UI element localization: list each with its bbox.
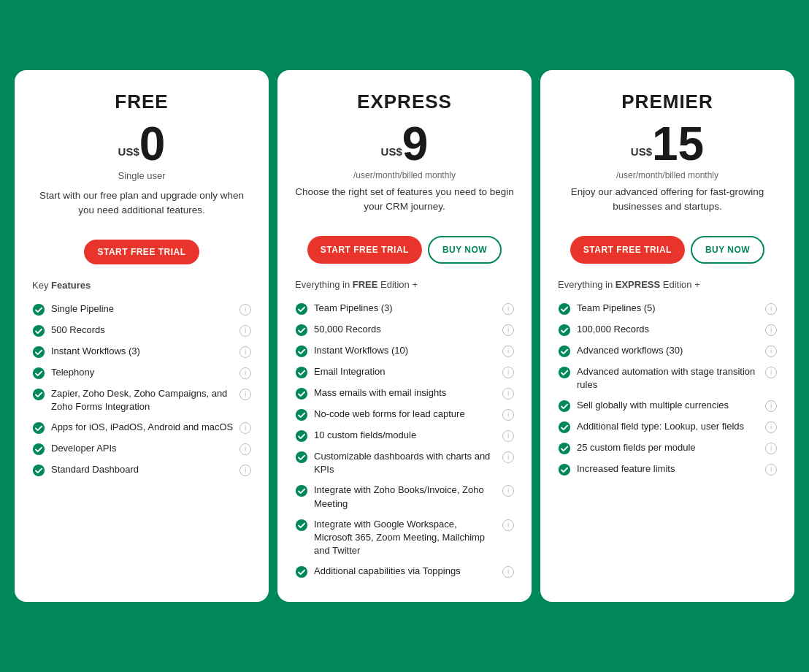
features-intro-free: Key Features (32, 279, 251, 292)
list-item: Apps for iOS, iPadOS, Android and macOSi (32, 421, 251, 435)
price-row-express: US$9 (295, 121, 514, 167)
info-icon[interactable]: i (502, 430, 514, 442)
info-icon[interactable]: i (765, 324, 777, 336)
button-row-premier: START FREE TRIALBUY NOW (558, 236, 777, 264)
svg-point-9 (296, 324, 307, 336)
check-icon (295, 519, 308, 532)
list-item: Instant Workflows (3)i (32, 345, 251, 359)
info-icon[interactable]: i (765, 443, 777, 454)
buy-button-premier[interactable]: BUY NOW (691, 236, 764, 264)
feature-text: Advanced automation with stage transitio… (577, 365, 759, 392)
list-item: Telephonyi (32, 366, 251, 380)
info-icon[interactable]: i (239, 465, 251, 476)
info-icon[interactable]: i (502, 324, 514, 336)
feature-text: Mass emails with email insights (314, 386, 496, 400)
check-icon (295, 565, 308, 579)
check-icon (295, 484, 308, 497)
feature-list-premier: Team Pipelines (5)i100,000 RecordsiAdvan… (558, 302, 777, 476)
info-icon[interactable]: i (239, 422, 251, 434)
pricing-card-free: FREEUS$0Single userStart with our free p… (15, 70, 269, 603)
check-icon (295, 429, 308, 443)
user-label-free: Single user (32, 170, 251, 181)
svg-point-7 (33, 465, 45, 476)
svg-point-14 (296, 430, 307, 442)
info-icon[interactable]: i (502, 409, 514, 421)
feature-text: Integrate with Zoho Books/Invoice, Zoho … (314, 484, 496, 510)
info-icon[interactable]: i (502, 388, 514, 400)
list-item: Integrate with Google Workspace, Microso… (295, 518, 514, 558)
check-icon (32, 464, 45, 477)
currency-premier: US$ (631, 145, 652, 157)
info-icon[interactable]: i (502, 367, 514, 378)
button-row-free: START FREE TRIAL (32, 240, 251, 264)
svg-point-16 (296, 485, 307, 497)
feature-text: Instant Workflows (3) (51, 345, 234, 358)
info-icon[interactable]: i (502, 519, 514, 531)
info-icon[interactable]: i (239, 367, 251, 379)
check-icon (295, 366, 308, 379)
info-icon[interactable]: i (502, 566, 514, 578)
check-icon (558, 442, 571, 455)
info-icon[interactable]: i (502, 485, 514, 497)
list-item: Team Pipelines (5)i (558, 302, 777, 316)
feature-text: Developer APIs (51, 442, 234, 455)
feature-text: Team Pipelines (5) (577, 302, 759, 315)
trial-button-premier[interactable]: START FREE TRIAL (570, 236, 685, 264)
info-icon[interactable]: i (239, 389, 251, 400)
pricing-card-premier: PREMIERUS$15/user/month/billed monthlyEn… (540, 70, 794, 603)
features-intro-premier: Everything in EXPRESS Edition + (558, 278, 777, 291)
plan-name-premier: PREMIER (558, 91, 777, 113)
check-icon (32, 367, 45, 380)
info-icon[interactable]: i (765, 303, 777, 315)
list-item: Email Integrationi (295, 365, 514, 379)
info-icon[interactable]: i (502, 303, 514, 315)
currency-free: US$ (118, 145, 139, 157)
feature-text: Telephony (51, 366, 234, 379)
svg-point-6 (33, 443, 45, 455)
price-period-premier: /user/month/billed monthly (558, 170, 777, 180)
list-item: Zapier, Zoho Desk, Zoho Campaigns, and Z… (32, 387, 251, 413)
list-item: 500 Recordsi (32, 324, 251, 337)
feature-text: Instant Workflows (10) (314, 344, 496, 357)
list-item: Developer APIsi (32, 442, 251, 456)
pricing-container: FREEUS$0Single userStart with our free p… (15, 70, 794, 603)
features-intro-express: Everything in FREE Edition + (295, 278, 514, 291)
price-amount-express: 9 (402, 118, 429, 170)
feature-text: Email Integration (314, 365, 496, 378)
trial-button-free[interactable]: START FREE TRIAL (84, 240, 199, 264)
feature-text: Team Pipelines (3) (314, 302, 496, 315)
list-item: Team Pipelines (3)i (295, 302, 514, 316)
info-icon[interactable]: i (502, 345, 514, 357)
list-item: Additional capabilities via Toppingsi (295, 565, 514, 579)
svg-point-11 (296, 367, 307, 378)
feature-text: Advanced workflows (30) (577, 344, 759, 357)
info-icon[interactable]: i (765, 345, 777, 357)
svg-point-18 (296, 566, 307, 578)
list-item: Increased feature limitsi (558, 462, 777, 476)
list-item: Customizable dashboards with charts and … (295, 450, 514, 476)
list-item: Integrate with Zoho Books/Invoice, Zoho … (295, 484, 514, 510)
feature-text: Additional field type: Lookup, user fiel… (577, 420, 759, 433)
pricing-card-express: EXPRESSUS$9/user/month/billed monthlyCho… (277, 70, 532, 603)
info-icon[interactable]: i (765, 421, 777, 433)
info-icon[interactable]: i (239, 443, 251, 455)
info-icon[interactable]: i (239, 325, 251, 337)
list-item: Single Pipelinei (32, 302, 251, 316)
svg-point-21 (559, 345, 570, 357)
info-icon[interactable]: i (239, 346, 251, 358)
info-icon[interactable]: i (765, 367, 777, 378)
feature-text: Standard Dashboard (51, 463, 234, 476)
buy-button-express[interactable]: BUY NOW (428, 236, 502, 264)
check-icon (558, 463, 571, 476)
info-icon[interactable]: i (239, 304, 251, 316)
feature-text: Zapier, Zoho Desk, Zoho Campaigns, and Z… (51, 387, 234, 413)
trial-button-express[interactable]: START FREE TRIAL (307, 236, 422, 264)
list-item: No-code web forms for lead capturei (295, 408, 514, 421)
info-icon[interactable]: i (765, 464, 777, 476)
svg-point-25 (559, 443, 570, 454)
info-icon[interactable]: i (765, 400, 777, 412)
info-icon[interactable]: i (502, 451, 514, 463)
check-icon (32, 345, 45, 359)
check-icon (32, 388, 45, 401)
svg-point-26 (559, 464, 570, 476)
